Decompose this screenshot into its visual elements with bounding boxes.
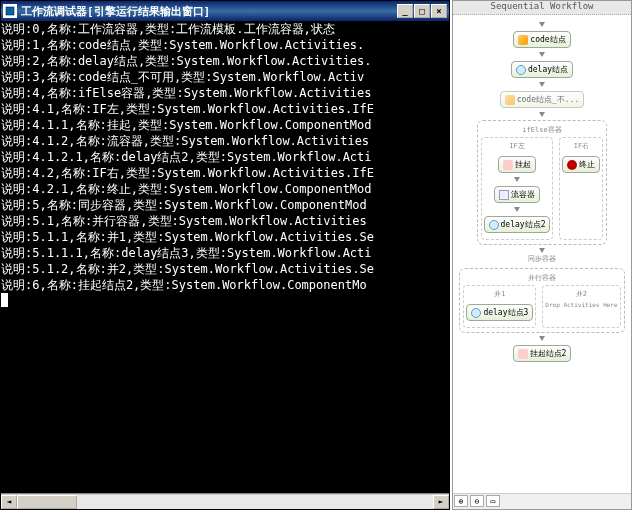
console-line: 说明:5.1,名称:并行容器,类型:System.Workflow.Activi… <box>1 213 449 229</box>
svg-rect-0 <box>6 7 14 15</box>
console-window: 工作流调试器[引擎运行结果输出窗口] _ □ × 说明:0,名称:工作流容器,类… <box>0 0 450 510</box>
zoom-tool-button[interactable]: ⊕ <box>454 495 468 507</box>
parallel-label: 并行容器 <box>528 273 556 283</box>
delay-activity[interactable]: delay结点3 <box>466 304 533 321</box>
horizontal-scrollbar[interactable]: ◄ ► <box>1 493 449 509</box>
scroll-thumb[interactable] <box>17 495 77 509</box>
workflow-designer: Sequential Workflow code结点 delay结点 code结… <box>452 0 632 510</box>
console-line: 说明:5.1.2,名称:并2,类型:System.Workflow.Activi… <box>1 261 449 277</box>
designer-canvas[interactable]: code结点 delay结点 code结点_不... ifElse容器 IF左 … <box>453 15 631 493</box>
window-title: 工作流调试器[引擎运行结果输出窗口] <box>21 4 397 19</box>
scroll-left-button[interactable]: ◄ <box>1 495 17 509</box>
suspend-activity[interactable]: 挂起 <box>498 156 536 173</box>
console-line: 说明:5.1.1,名称:并1,类型:System.Workflow.Activi… <box>1 229 449 245</box>
arrow-down-icon <box>514 207 520 212</box>
delay-icon <box>516 65 526 75</box>
arrow-down-icon <box>539 22 545 27</box>
console-output: 说明:0,名称:工作流容器,类型:工作流模板.工作流容器,状态 说明:1,名称:… <box>1 21 449 493</box>
console-line: 说明:4.2,名称:IF右,类型:System.Workflow.Activit… <box>1 165 449 181</box>
parallel-branch-2[interactable]: 并2 Drop Activities Here <box>542 285 620 328</box>
scroll-track[interactable] <box>17 495 433 509</box>
arrow-down-icon <box>514 177 520 182</box>
delay-icon <box>471 308 481 318</box>
delay-activity[interactable]: delay结点 <box>511 61 573 78</box>
parallel-container[interactable]: 并行容器 并1 delay结点3 并2 Drop Activities Here <box>459 268 624 333</box>
drop-target[interactable]: Drop Activities Here <box>545 301 617 308</box>
console-line: 说明:4.1.2,名称:流容器,类型:System.Workflow.Activ… <box>1 133 449 149</box>
sync-label: 同步容器 <box>528 254 556 264</box>
zoom-tool-button[interactable]: ▭ <box>486 495 500 507</box>
console-line: 说明:5,名称:同步容器,类型:System.Workflow.Componen… <box>1 197 449 213</box>
parallel-branch-1[interactable]: 并1 delay结点3 <box>463 285 536 328</box>
delay-icon <box>489 220 499 230</box>
designer-toolbar: ⊕ ⊖ ▭ <box>453 493 631 509</box>
cursor-icon <box>1 293 8 307</box>
console-line: 说明:4.2.1,名称:终止,类型:System.Workflow.Compon… <box>1 181 449 197</box>
designer-title: Sequential Workflow <box>453 1 631 15</box>
arrow-down-icon <box>539 82 545 87</box>
sequence-icon <box>499 190 509 200</box>
if-right-branch[interactable]: IF右 终止 <box>559 137 603 240</box>
console-line: 说明:4.1.2.1,名称:delay结点2,类型:System.Workflo… <box>1 149 449 165</box>
console-line: 说明:2,名称:delay结点,类型:System.Workflow.Activ… <box>1 53 449 69</box>
console-line: 说明:4,名称:ifElse容器,类型:System.Workflow.Acti… <box>1 85 449 101</box>
ifelse-container[interactable]: ifElse容器 IF左 挂起 流容器 delay结点2 IF右 终止 <box>477 120 608 245</box>
delay-activity[interactable]: delay结点2 <box>484 216 551 233</box>
code-activity[interactable]: code结点 <box>513 31 570 48</box>
arrow-down-icon <box>539 112 545 117</box>
console-line: 说明:6,名称:挂起结点2,类型:System.Workflow.Compone… <box>1 277 449 293</box>
console-line: 说明:0,名称:工作流容器,类型:工作流模板.工作流容器,状态 <box>1 21 449 37</box>
suspend-icon <box>518 349 528 359</box>
if-left-branch[interactable]: IF左 挂起 流容器 delay结点2 <box>481 137 554 240</box>
sequence-activity[interactable]: 流容器 <box>494 186 540 203</box>
suspend-icon <box>503 160 513 170</box>
titlebar[interactable]: 工作流调试器[引擎运行结果输出窗口] _ □ × <box>1 1 449 21</box>
code-icon <box>518 35 528 45</box>
console-line: 说明:4.1,名称:IF左,类型:System.Workflow.Activit… <box>1 101 449 117</box>
maximize-button[interactable]: □ <box>414 4 430 18</box>
scroll-right-button[interactable]: ► <box>433 495 449 509</box>
code-activity-disabled[interactable]: code结点_不... <box>500 91 585 108</box>
app-icon <box>3 4 17 18</box>
suspend-activity[interactable]: 挂起结点2 <box>513 345 572 362</box>
console-line: 说明:3,名称:code结点_不可用,类型:System.Workflow.Ac… <box>1 69 449 85</box>
terminate-activity[interactable]: 终止 <box>562 156 600 173</box>
arrow-down-icon <box>539 52 545 57</box>
minimize-button[interactable]: _ <box>397 4 413 18</box>
ifelse-label: ifElse容器 <box>522 125 561 135</box>
arrow-down-icon <box>539 336 545 341</box>
arrow-down-icon <box>539 248 545 253</box>
zoom-tool-button[interactable]: ⊖ <box>470 495 484 507</box>
code-icon <box>505 95 515 105</box>
close-button[interactable]: × <box>431 4 447 18</box>
console-line: 说明:1,名称:code结点,类型:System.Workflow.Activi… <box>1 37 449 53</box>
console-line: 说明:4.1.1,名称:挂起,类型:System.Workflow.Compon… <box>1 117 449 133</box>
console-line: 说明:5.1.1.1,名称:delay结点3,类型:System.Workflo… <box>1 245 449 261</box>
terminate-icon <box>567 160 577 170</box>
